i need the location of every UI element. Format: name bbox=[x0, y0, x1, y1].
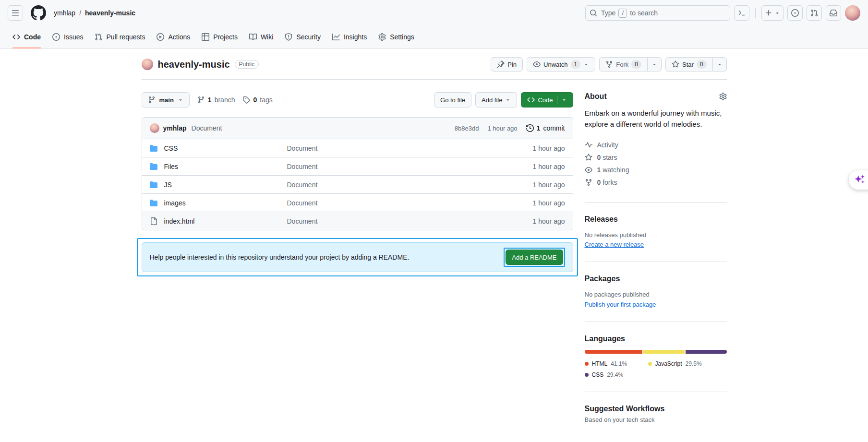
add-readme-button[interactable]: Add a README bbox=[506, 250, 563, 265]
commit-message-link[interactable]: Document bbox=[192, 124, 222, 132]
code-button-divider bbox=[557, 96, 557, 104]
notifications-inbox-button[interactable] bbox=[826, 5, 841, 21]
publish-package-link[interactable]: Publish your first package bbox=[585, 301, 656, 308]
file-name-link[interactable]: Files bbox=[164, 163, 179, 170]
go-to-file-button[interactable]: Go to file bbox=[434, 92, 471, 108]
repo-name[interactable]: heavenly-music bbox=[158, 59, 230, 70]
git-pull-request-icon bbox=[810, 9, 818, 17]
hamburger-menu-button[interactable] bbox=[8, 5, 23, 21]
pin-button[interactable]: Pin bbox=[491, 57, 523, 72]
commit-sha-link[interactable]: 8b8e3dd bbox=[455, 125, 479, 132]
repo-forked-icon bbox=[585, 179, 592, 186]
commit-history-link[interactable]: 1commit bbox=[526, 124, 565, 132]
command-palette-button[interactable] bbox=[734, 5, 749, 21]
latest-commit-bar: ymhlap Document 8b8e3dd 1 hour ago 1comm… bbox=[142, 118, 573, 139]
star-dropdown-button[interactable] bbox=[713, 57, 727, 72]
file-name-link[interactable]: CSS bbox=[164, 144, 178, 152]
global-search-input[interactable]: Type / to search bbox=[585, 5, 730, 21]
chevron-down-icon bbox=[583, 61, 589, 67]
tab-security[interactable]: Security bbox=[281, 26, 325, 48]
language-bar-javascript[interactable] bbox=[643, 350, 685, 354]
main-column: main 1branch 0tags Go to file Add file bbox=[142, 92, 573, 437]
tab-pull-requests[interactable]: Pull requests bbox=[91, 26, 149, 48]
star-icon bbox=[672, 60, 679, 68]
edit-about-gear-icon[interactable] bbox=[719, 93, 727, 100]
play-icon bbox=[157, 33, 164, 41]
file-name-link[interactable]: index.html bbox=[164, 217, 195, 225]
language-bar-css[interactable] bbox=[686, 350, 727, 354]
tab-actions[interactable]: Actions bbox=[153, 26, 194, 48]
packages-empty-text: No packages published bbox=[585, 290, 727, 300]
tab-settings[interactable]: Settings bbox=[374, 26, 418, 48]
create-release-link[interactable]: Create a new release bbox=[585, 241, 644, 248]
file-row[interactable]: CSS Document 1 hour ago bbox=[142, 139, 573, 157]
file-toolbar: main 1branch 0tags Go to file Add file bbox=[142, 92, 573, 108]
user-avatar[interactable] bbox=[845, 5, 860, 21]
file-commit-message[interactable]: Document bbox=[287, 181, 318, 189]
code-button[interactable]: Code bbox=[521, 92, 573, 108]
tab-wiki[interactable]: Wiki bbox=[245, 26, 277, 48]
breadcrumb-repo-link[interactable]: heavenly-music bbox=[85, 9, 135, 17]
pull-requests-dashboard-button[interactable] bbox=[807, 5, 822, 21]
forks-link[interactable]: 0 forks bbox=[585, 176, 727, 189]
readme-banner-text: Help people interested in this repositor… bbox=[150, 253, 410, 261]
readme-banner: Help people interested in this repositor… bbox=[142, 242, 573, 272]
chevron-down-icon bbox=[774, 10, 780, 16]
stars-link[interactable]: 0 stars bbox=[585, 151, 727, 164]
about-description: Embark on a wonderful journey with music… bbox=[585, 108, 727, 130]
language-dot bbox=[585, 373, 589, 377]
git-pull-request-icon bbox=[95, 33, 102, 41]
file-name-link[interactable]: JS bbox=[164, 181, 172, 189]
breadcrumb-owner-link[interactable]: ymhlap bbox=[54, 9, 75, 17]
language-legend: HTML 41.1% JavaScript 29.5% CSS 29.4% bbox=[585, 360, 727, 378]
github-logo[interactable] bbox=[31, 5, 46, 21]
language-item-css[interactable]: CSS 29.4% bbox=[585, 371, 641, 378]
star-button[interactable]: Star 0 bbox=[665, 57, 713, 72]
tab-code[interactable]: Code bbox=[9, 26, 45, 48]
add-file-button[interactable]: Add file bbox=[475, 92, 517, 108]
language-item-javascript[interactable]: JavaScript 29.5% bbox=[648, 360, 705, 367]
tags-link[interactable]: 0tags bbox=[242, 96, 272, 104]
file-commit-message[interactable]: Document bbox=[287, 199, 318, 207]
create-new-button[interactable] bbox=[761, 5, 784, 21]
fork-count: 0 bbox=[631, 60, 641, 69]
fork-dropdown-button[interactable] bbox=[648, 57, 662, 72]
commit-author-avatar[interactable] bbox=[150, 123, 159, 133]
issues-dashboard-button[interactable] bbox=[787, 5, 803, 21]
repo-header-divider bbox=[142, 79, 727, 80]
repo-header: heavenly-music Public Pin Unwatch 1 Fork… bbox=[142, 48, 727, 72]
file-name-link[interactable]: images bbox=[164, 199, 186, 207]
chevron-down-icon bbox=[717, 61, 723, 67]
commit-time: 1 hour ago bbox=[487, 125, 517, 132]
branch-selector-button[interactable]: main bbox=[142, 92, 190, 108]
breadcrumb: ymhlap / heavenly-music bbox=[54, 9, 135, 17]
gear-icon bbox=[378, 33, 386, 41]
activity-link[interactable]: Activity bbox=[585, 139, 727, 151]
file-row[interactable]: images Document 1 hour ago bbox=[142, 193, 573, 212]
search-icon bbox=[590, 9, 597, 17]
unwatch-button[interactable]: Unwatch 1 bbox=[527, 57, 595, 72]
watching-link[interactable]: 1 watching bbox=[585, 164, 727, 176]
chevron-down-icon bbox=[178, 97, 183, 103]
file-row[interactable]: index.html Document 1 hour ago bbox=[142, 212, 573, 230]
folder-icon bbox=[150, 199, 157, 207]
file-commit-message[interactable]: Document bbox=[287, 163, 318, 170]
file-commit-message[interactable]: Document bbox=[287, 144, 318, 152]
tab-insights[interactable]: Insights bbox=[328, 26, 371, 48]
file-row[interactable]: JS Document 1 hour ago bbox=[142, 175, 573, 193]
repo-owner-avatar[interactable] bbox=[142, 59, 153, 70]
language-bar-html[interactable] bbox=[585, 350, 642, 354]
star-count: 0 bbox=[697, 60, 707, 69]
file-row[interactable]: Files Document 1 hour ago bbox=[142, 157, 573, 175]
tab-issues[interactable]: Issues bbox=[48, 26, 87, 48]
add-readme-button-highlight: Add a README bbox=[504, 248, 565, 267]
global-topbar: ymhlap / heavenly-music Type / to search bbox=[0, 0, 868, 26]
fork-button[interactable]: Fork 0 bbox=[599, 57, 648, 72]
file-commit-message[interactable]: Document bbox=[287, 217, 318, 225]
assistant-sparkles-button[interactable] bbox=[849, 170, 868, 190]
branches-link[interactable]: 1branch bbox=[197, 96, 235, 104]
issue-opened-icon bbox=[791, 9, 799, 17]
commit-author-link[interactable]: ymhlap bbox=[163, 124, 187, 132]
tab-projects[interactable]: Projects bbox=[198, 26, 241, 48]
language-item-html[interactable]: HTML 41.1% bbox=[585, 360, 641, 367]
